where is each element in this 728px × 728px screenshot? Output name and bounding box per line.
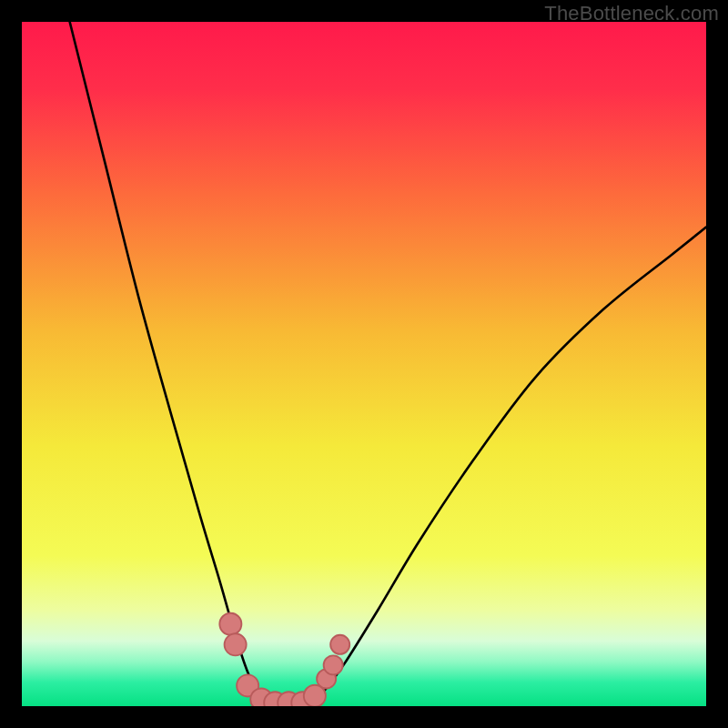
bead-point — [225, 633, 247, 655]
bead-point — [324, 655, 343, 674]
curve-left-branch — [70, 22, 276, 706]
bead-point — [219, 613, 241, 635]
bead-point — [330, 635, 349, 654]
curve-layer — [22, 22, 706, 706]
chart-frame — [22, 22, 706, 706]
bead-group — [219, 613, 349, 706]
curve-right-branch — [309, 228, 706, 706]
